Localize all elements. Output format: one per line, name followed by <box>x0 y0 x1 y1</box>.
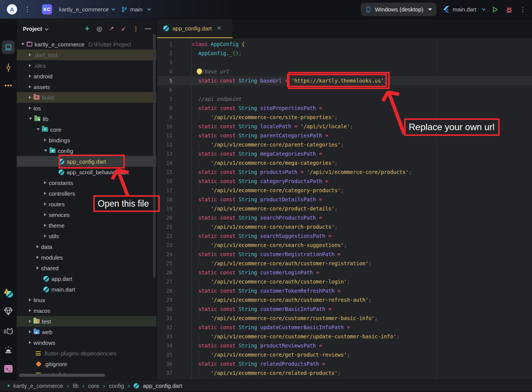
tree-item-app-scroll-behavior-dart[interactable]: app_scroll_behavior.dart <box>17 167 156 177</box>
code-line-12[interactable]: '/api/v1/ecommerce-core/parent-categorie… <box>191 140 532 149</box>
expand-arrow-icon[interactable] <box>44 213 46 216</box>
line-number-11[interactable]: 11 <box>157 131 191 140</box>
expand-arrow-icon[interactable] <box>29 118 32 120</box>
locate-file-button[interactable]: ◎ <box>95 25 104 33</box>
expand-all-button[interactable]: ↗ <box>107 25 116 32</box>
expand-arrow-icon[interactable] <box>29 320 31 323</box>
line-number-22[interactable]: 22 <box>157 231 191 241</box>
tree-item-assets[interactable]: assets <box>17 81 156 92</box>
terminal-tool-button[interactable]: >_ <box>0 361 17 376</box>
more-tool-windows-button[interactable]: ••• <box>0 78 17 93</box>
tree-item-bindings[interactable]: bindings <box>17 135 156 145</box>
expand-arrow-icon[interactable] <box>29 309 31 312</box>
tree-vertical-scrollbar[interactable] <box>153 34 156 278</box>
code-line-24[interactable]: static const String customerRegistration… <box>191 250 532 259</box>
tree-item--flutter-plugins-dependencies[interactable]: .flutter-plugins-dependencies <box>17 348 156 359</box>
expand-arrow-icon[interactable] <box>29 85 31 88</box>
expand-arrow-icon[interactable] <box>44 139 46 142</box>
line-number-7[interactable]: 7 <box>157 94 191 104</box>
tree-item-app-config-dart[interactable]: app_config.dart <box>17 156 156 167</box>
line-number-20[interactable]: 20 <box>157 213 191 222</box>
code-line-17[interactable]: '/api/v1/ecommerce-core/category-product… <box>191 186 532 195</box>
close-tab-icon[interactable]: ✕ <box>217 25 221 32</box>
tab-app-config-dart[interactable]: app_config.dart ✕ <box>157 19 233 38</box>
line-number-17[interactable]: 17 <box>157 186 191 195</box>
panel-title[interactable]: Project <box>23 25 42 32</box>
expand-arrow-icon[interactable] <box>37 128 40 131</box>
code-line-3[interactable] <box>191 58 532 67</box>
code-line-34[interactable]: static const String productReviewsPath = <box>191 341 532 350</box>
line-number-27[interactable]: 27 <box>157 277 191 286</box>
code-line-28[interactable]: static const String customerTokenRefresh… <box>191 286 532 295</box>
line-number-16[interactable]: 16 <box>157 177 191 186</box>
line-number-34[interactable]: 34 <box>157 341 191 350</box>
code-line-13[interactable]: static const String megaCategoriesPath = <box>191 149 532 158</box>
tree-item-kartly-e-commerce[interactable]: kartly_e_commerceD:\Flutter Project <box>17 39 156 49</box>
run-button[interactable] <box>491 5 499 14</box>
code-line-23[interactable]: '/api/v1/ecommerce-core/search-suggestio… <box>191 241 532 250</box>
expand-arrow-icon[interactable] <box>37 266 39 269</box>
tree-horizontal-scrollbar[interactable] <box>19 374 105 377</box>
code-line-29[interactable]: '/api/v1/ecommerce-core/auth/customer-re… <box>191 295 532 304</box>
line-number-1[interactable]: 1 <box>157 40 191 49</box>
code-line-18[interactable]: static const String productDetailsPath = <box>191 195 532 204</box>
code-line-35[interactable]: '/api/v1/ecommerce-core/get-product-revi… <box>191 350 532 359</box>
tree-item-config[interactable]: config <box>17 145 156 156</box>
code-editor[interactable]: 1234567891011121314151617181920212223242… <box>157 38 532 380</box>
line-number-6[interactable]: 6 <box>157 85 191 94</box>
line-number-35[interactable]: 35 <box>157 350 191 359</box>
line-number-37[interactable]: 37 <box>157 368 191 378</box>
expand-arrow-icon[interactable] <box>29 341 31 344</box>
expand-arrow-icon[interactable] <box>44 224 46 227</box>
line-number-31[interactable]: 31 <box>157 314 191 323</box>
tree-item-constants[interactable]: constants <box>17 177 156 188</box>
dart-analysis-tool-button[interactable] <box>0 285 17 301</box>
tree-item-test[interactable]: test <box>17 316 156 327</box>
line-number-26[interactable]: 26 <box>157 268 191 277</box>
expand-arrow-icon[interactable] <box>29 64 31 67</box>
expand-arrow-icon[interactable] <box>44 150 47 152</box>
expand-arrow-icon[interactable] <box>44 234 46 237</box>
code-line-8[interactable]: static const String sitePropertiesPath = <box>191 104 532 113</box>
code-line-37[interactable]: '/api/v1/ecommerce-core/related-products… <box>191 368 532 378</box>
code-line-19[interactable]: '/api/v1/ecommerce-core/product-details'… <box>191 204 532 213</box>
inspector-tool-button[interactable] <box>0 304 17 319</box>
code-line-2[interactable]: AppConfig._(); <box>191 49 532 58</box>
code-line-4[interactable]: /base url <box>191 67 532 76</box>
collapse-all-button[interactable]: ↙ <box>119 25 128 32</box>
line-number-9[interactable]: 9 <box>157 113 191 122</box>
line-number-3[interactable]: 3 <box>157 58 191 67</box>
tree-item-ios[interactable]: ios <box>17 103 156 113</box>
line-number-30[interactable]: 30 <box>157 304 191 314</box>
logcat-tool-button[interactable] <box>0 323 17 339</box>
code-line-30[interactable]: static const String customerBasicInfoPat… <box>191 304 532 314</box>
code-line-16[interactable]: static const String categoryProductsPath… <box>191 177 532 186</box>
expand-arrow-icon[interactable] <box>44 202 46 206</box>
expand-arrow-icon[interactable] <box>29 330 31 333</box>
tree-item-core[interactable]: core <box>17 124 156 135</box>
tree-item-services[interactable]: services <box>17 209 156 220</box>
breadcrumb-item-app-config-dart[interactable]: app_config.dart <box>143 382 182 389</box>
tree-item-modules[interactable]: modules <box>17 252 156 263</box>
branch-selector[interactable]: main <box>121 6 150 13</box>
code-line-25[interactable]: '/api/v1/ecommerce-core/auth/customer-re… <box>191 259 532 268</box>
code-line-7[interactable]: //api endpoint <box>191 94 532 104</box>
tree-item-theme[interactable]: theme <box>17 220 156 231</box>
tree-item-utils[interactable]: utils <box>17 231 156 241</box>
expand-arrow-icon[interactable] <box>21 43 24 45</box>
code-line-5[interactable]: static const String baseUrl = 'https://k… <box>191 76 532 85</box>
code-line-31[interactable]: '/api/v1/ecommerce-core/customer/custome… <box>191 314 532 323</box>
intention-bulb-icon[interactable] <box>197 69 202 74</box>
expand-arrow-icon[interactable] <box>29 75 31 78</box>
tree-item-data[interactable]: data <box>17 241 156 252</box>
line-number-28[interactable]: 28 <box>157 286 191 295</box>
android-studio-logo-icon[interactable]: A <box>7 4 17 14</box>
line-number-12[interactable]: 12 <box>157 140 191 149</box>
tree-item-routes[interactable]: routes <box>17 199 156 209</box>
tree-item-linux[interactable]: linux <box>17 295 156 305</box>
code-line-26[interactable]: static const String customerLoginPath = <box>191 268 532 277</box>
commit-tool-button[interactable] <box>0 60 17 75</box>
tree-item-macos[interactable]: macos <box>17 305 156 316</box>
tree-item-lib[interactable]: lib <box>17 113 156 124</box>
tree-item--idea[interactable]: .idea <box>17 60 156 71</box>
